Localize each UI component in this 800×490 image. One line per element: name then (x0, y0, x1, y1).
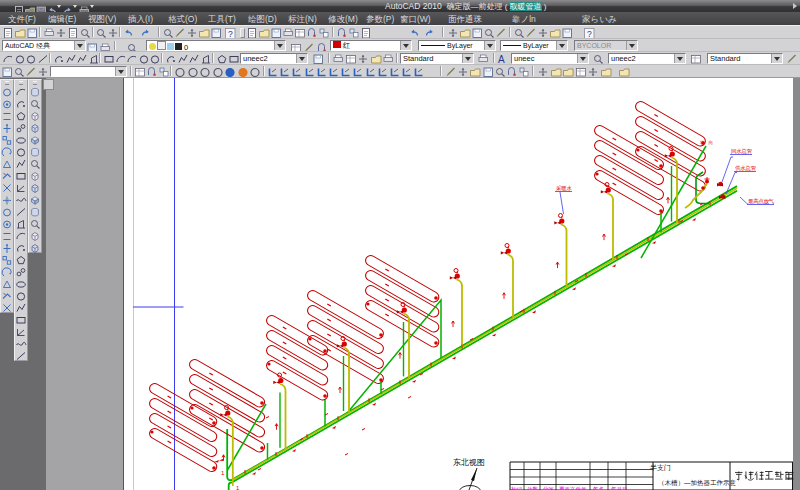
svg-text:采暖水: 采暖水 (556, 185, 573, 192)
svg-text:签名: 签名 (593, 486, 604, 490)
svg-text:供水总管: 供水总管 (735, 165, 757, 172)
svg-text:更改文件号: 更改文件号 (559, 486, 587, 490)
svg-text:1: 1 (236, 485, 240, 490)
svg-text:（木槽）—加热器工作示意: （木槽）—加热器工作示意 (658, 479, 737, 487)
svg-text:标记: 标记 (510, 486, 523, 490)
svg-text:处数: 处数 (527, 486, 539, 490)
svg-text:年月日: 年月日 (611, 486, 628, 490)
svg-text:分区: 分区 (543, 486, 555, 490)
svg-text:半支门: 半支门 (650, 464, 671, 472)
svg-text:坡向: 坡向 (699, 140, 713, 145)
svg-text:东北视图: 东北视图 (453, 458, 485, 467)
svg-text:1: 1 (221, 470, 225, 476)
svg-text:回水总管: 回水总管 (731, 148, 753, 155)
svg-text:最高点放气: 最高点放气 (748, 198, 775, 205)
